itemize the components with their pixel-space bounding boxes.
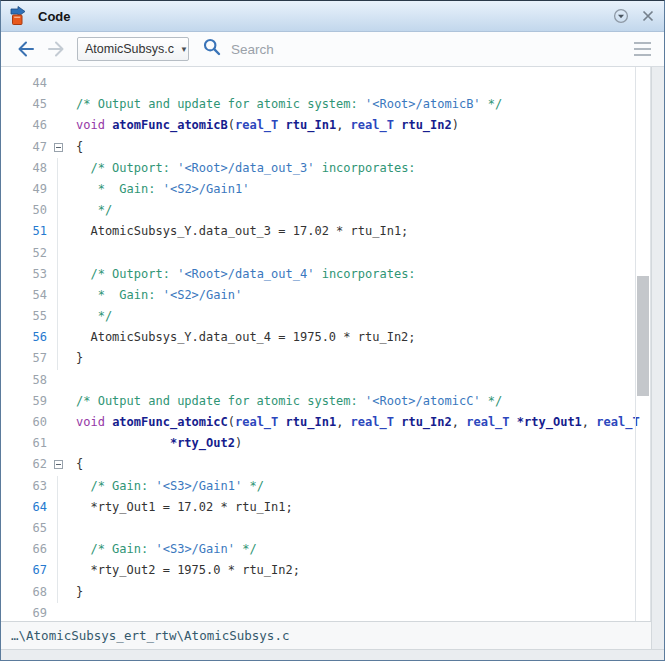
fold-column <box>47 200 69 221</box>
code-token: real_T <box>351 118 394 132</box>
code-token: real_T <box>466 415 509 429</box>
line-number: 57 <box>1 348 47 369</box>
code-text: *rty_Out2) <box>76 433 242 454</box>
code-line: 64 *rty_Out1 = 17.02 * rtu_In1; <box>1 497 651 518</box>
line-number: 66 <box>1 539 47 560</box>
code-line: 60void atomFunc_atomicC(real_T rtu_In1, … <box>1 412 651 433</box>
fold-collapse-icon[interactable] <box>54 460 63 469</box>
back-button[interactable] <box>15 38 37 60</box>
statusbar: …\AtomicSubsys_ert_rtw\AtomicSubsys.c <box>1 621 651 649</box>
line-number: 61 <box>1 433 47 454</box>
model-element-link[interactable]: '<S3>/Gain' <box>155 542 234 556</box>
model-element-link[interactable]: '<Root>/atomicB' <box>365 97 481 111</box>
fold-column <box>47 73 69 94</box>
code-token: ) <box>235 436 242 450</box>
model-element-link[interactable]: '<Root>/data_out_4' <box>177 267 314 281</box>
line-number: 48 <box>1 158 47 179</box>
line-number: 59 <box>1 391 47 412</box>
code-line: 53 /* Outport: '<Root>/data_out_4' incor… <box>1 264 651 285</box>
menu-icon[interactable] <box>634 42 651 56</box>
code-line: 46void atomFunc_atomicB(real_T rtu_In1, … <box>1 115 651 136</box>
code-text: */ <box>76 306 112 327</box>
line-number: 52 <box>1 243 47 264</box>
code-lines: 4445/* Output and update for atomic syst… <box>1 73 651 621</box>
code-token: /* Outport: <box>76 267 177 281</box>
code-line: 66 /* Gain: '<S3>/Gain' */ <box>1 539 651 560</box>
code-token: rtu_In1 <box>286 118 337 132</box>
forward-button[interactable] <box>45 38 67 60</box>
model-element-link[interactable]: '<Root>/atomicC' <box>365 394 481 408</box>
code-token: /* Gain: <box>76 542 155 556</box>
line-number: 50 <box>1 200 47 221</box>
fold-collapse-icon[interactable] <box>54 143 63 152</box>
close-icon[interactable] <box>642 10 654 22</box>
code-token: , <box>336 415 350 429</box>
model-element-link[interactable]: '<S3>/Gain1' <box>155 479 242 493</box>
code-text: *rty_Out1 = 17.02 * rtu_In1; <box>76 497 293 518</box>
scrollbar-thumb[interactable] <box>637 276 649 396</box>
code-token: rtu_In1 <box>286 415 337 429</box>
code-line: 61 *rty_Out2) <box>1 433 651 454</box>
code-text: *rty_Out2 = 1975.0 * rtu_In2; <box>76 560 300 581</box>
titlebar: Code <box>1 1 664 32</box>
fold-column <box>47 433 69 454</box>
line-number: 60 <box>1 412 47 433</box>
code-token: rtu_In2 <box>401 415 452 429</box>
code-line: 48 /* Outport: '<Root>/data_out_3' incor… <box>1 158 651 179</box>
line-number: 68 <box>1 582 47 603</box>
code-token: atomFunc_atomicC <box>112 415 228 429</box>
code-line: 52 <box>1 243 651 264</box>
model-element-link[interactable]: '<S2>/Gain1' <box>163 182 250 196</box>
code-token <box>76 436 170 450</box>
scrollbar[interactable] <box>635 67 651 621</box>
code-token <box>278 415 285 429</box>
code-token: incorporates: <box>314 267 415 281</box>
code-token: , <box>582 415 596 429</box>
code-token: } <box>76 351 83 365</box>
code-text: /* Outport: '<Root>/data_out_3' incorpor… <box>76 158 416 179</box>
code-token: /* Gain: <box>76 479 155 493</box>
model-element-link[interactable]: '<S2>/Gain' <box>163 288 242 302</box>
code-token: */ <box>481 394 503 408</box>
code-line: 63 /* Gain: '<S3>/Gain1' */ <box>1 476 651 497</box>
fold-column <box>47 137 69 158</box>
dock-menu-icon[interactable] <box>613 8 629 24</box>
fold-column <box>47 327 69 348</box>
code-token: AtomicSubsys_Y.data_out_3 = 17.02 * rtu_… <box>76 224 408 238</box>
code-token: incorporates: <box>314 161 415 175</box>
code-line: 44 <box>1 73 651 94</box>
fold-column <box>47 115 69 136</box>
code-token: * Gain: <box>76 182 163 196</box>
model-element-link[interactable]: '<Root>/data_out_3' <box>177 161 314 175</box>
line-number: 67 <box>1 560 47 581</box>
code-text: } <box>76 582 83 603</box>
fold-column <box>47 497 69 518</box>
code-line: 56 AtomicSubsys_Y.data_out_4 = 1975.0 * … <box>1 327 651 348</box>
code-line: 51 AtomicSubsys_Y.data_out_3 = 17.02 * r… <box>1 221 651 242</box>
search-input[interactable] <box>229 41 563 58</box>
code-text: */ <box>76 200 112 221</box>
code-text: * Gain: '<S2>/Gain1' <box>76 179 249 200</box>
code-editor[interactable]: 4445/* Output and update for atomic syst… <box>1 67 651 621</box>
code-line: 69 <box>1 603 651 621</box>
fold-column <box>47 158 69 179</box>
fold-column <box>47 285 69 306</box>
code-token: */ <box>76 309 112 323</box>
code-text: { <box>76 137 83 158</box>
fold-column <box>47 518 69 539</box>
code-line: 58 <box>1 370 651 391</box>
fold-column <box>47 391 69 412</box>
code-token: real_T <box>351 415 394 429</box>
file-selector-dropdown[interactable]: AtomicSubsys.c ▼ <box>77 37 189 61</box>
window-frame-right <box>651 67 664 649</box>
fold-column <box>47 603 69 621</box>
code-line: 55 */ <box>1 306 651 327</box>
window-title: Code <box>38 9 71 24</box>
chevron-down-icon: ▼ <box>180 45 188 54</box>
code-token: , <box>452 415 466 429</box>
code-text: /* Output and update for atomic system: … <box>76 94 502 115</box>
code-token: rtu_In2 <box>401 118 452 132</box>
line-number: 55 <box>1 306 47 327</box>
line-number: 46 <box>1 115 47 136</box>
code-token: AtomicSubsys_Y.data_out_4 = 1975.0 * rtu… <box>76 330 416 344</box>
